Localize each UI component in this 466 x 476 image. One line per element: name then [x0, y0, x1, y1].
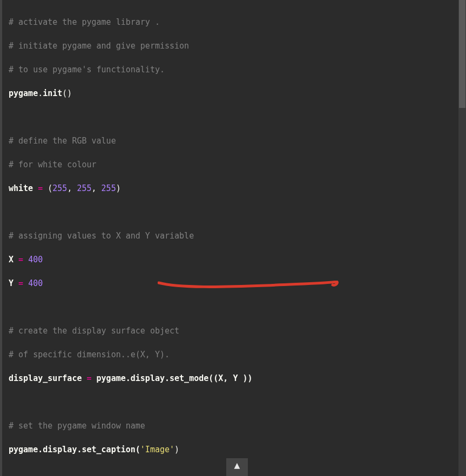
code-block: # activate the pygame library . # initia…: [0, 0, 466, 476]
code-token: 400: [28, 255, 43, 264]
comment: # activate the pygame library .: [9, 17, 160, 27]
code-token: 255: [52, 183, 67, 193]
comment: # create the display surface object: [9, 326, 179, 336]
code-token: =: [18, 278, 23, 288]
code-token: [23, 278, 28, 288]
code-token: display_surface: [9, 373, 87, 383]
code-token: ): [116, 183, 121, 193]
comment: # initiate pygame and give permission: [9, 41, 189, 51]
code-token: =: [18, 255, 23, 264]
code-token: pygame: [9, 89, 38, 98]
code-token: 'Image': [140, 445, 174, 454]
comment: # assigning values to X and Y variable: [9, 231, 194, 241]
code-token: =: [87, 373, 92, 383]
code-token: 400: [28, 278, 43, 288]
comment: # for white colour: [9, 160, 97, 169]
scrollbar-thumb[interactable]: [459, 0, 465, 108]
comment: # to use pygame's functionality.: [9, 65, 165, 74]
code-token: pygame.display.set_caption(: [9, 445, 140, 454]
comment: # define the RGB value: [9, 136, 116, 146]
code-token: ,: [67, 183, 77, 193]
code-token: init: [43, 89, 62, 98]
code-token: =: [38, 183, 43, 193]
comment: # of specific dimension..e(X, Y).: [9, 350, 170, 359]
code-token: Y: [9, 278, 18, 288]
arrow-up-icon: ▲: [234, 459, 240, 471]
code-token: [23, 255, 28, 264]
code-token: .: [38, 89, 43, 98]
code-token: pygame.display.set_mode((X, Y )): [92, 373, 253, 383]
code-token: (: [43, 183, 52, 193]
back-to-top-button[interactable]: ▲: [226, 458, 248, 476]
code-token: X: [9, 255, 18, 264]
comment: # set the pygame window name: [9, 421, 145, 431]
code-token: 255: [77, 183, 91, 193]
vertical-scrollbar[interactable]: [458, 0, 466, 476]
code-token: 255: [102, 183, 116, 193]
code-token: ): [174, 445, 179, 454]
code-token: white: [9, 183, 38, 193]
code-token: ,: [92, 183, 102, 193]
code-token: (): [62, 89, 72, 98]
